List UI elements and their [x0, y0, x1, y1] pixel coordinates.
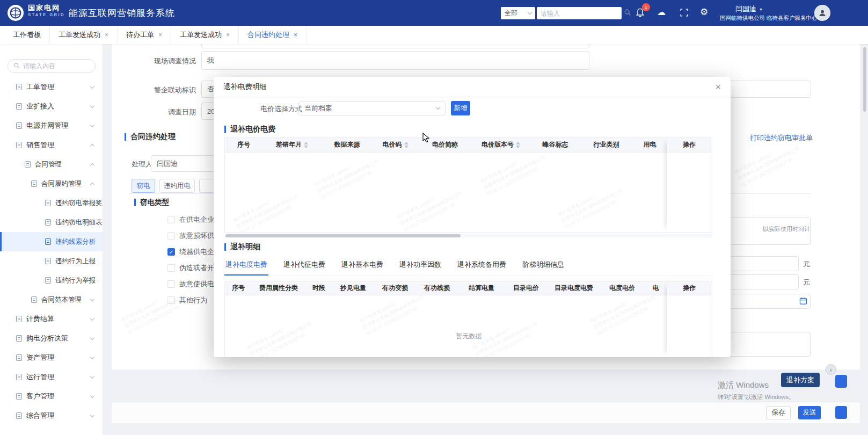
tab-contract-violation[interactable]: 合同违约处理 × — [239, 26, 307, 44]
menu-icon — [16, 393, 22, 400]
collapse-toggle-button[interactable]: ‹ — [826, 364, 836, 375]
tab-basic-fee[interactable]: 退补基本电费 — [340, 256, 384, 276]
cloud-icon[interactable]: ☁ — [657, 8, 666, 17]
edge-button-top[interactable] — [835, 375, 847, 388]
checkbox-row-3[interactable]: 伪造或者开启 — [167, 263, 221, 273]
dialog-title: 退补电费明细 — [223, 82, 267, 92]
type-tab-violation-use[interactable]: 违约用电 — [159, 179, 195, 193]
edge-button-bottom[interactable] — [835, 406, 847, 419]
sidebar-item-sales-management[interactable]: 销售管理 — [0, 135, 103, 155]
sidebar-search-box — [8, 59, 96, 73]
sidebar-item-contract-management[interactable]: 合同管理 — [0, 155, 103, 174]
checkbox-row-5[interactable]: 其他行为 — [167, 295, 207, 305]
global-search-box — [537, 7, 622, 19]
sidebar-search-input[interactable] — [23, 62, 90, 70]
menu-icon — [16, 103, 22, 110]
close-icon[interactable]: × — [715, 82, 721, 92]
table-body-empty: 用户登录名:yahd17管理单位名称:国网临猗供电公司10.10.17 2023… — [225, 153, 712, 232]
chevron-down-icon — [90, 122, 94, 127]
close-icon[interactable]: × — [158, 31, 162, 39]
col-error-month[interactable]: 差错年月 — [262, 137, 322, 152]
chevron-up-icon — [90, 143, 94, 148]
brand-text: 国家电网 STATE GRID — [28, 4, 65, 17]
sidebar-item-clue-analysis[interactable]: 违约线索分析 — [0, 232, 103, 251]
checkbox[interactable] — [167, 280, 175, 288]
sidebar-item-grid-connection[interactable]: 电源并网管理 — [0, 116, 103, 135]
close-icon[interactable]: × — [294, 31, 297, 39]
checkbox-row-4[interactable]: 故意使供电企 — [167, 279, 221, 289]
type-tab-theft[interactable]: 窃电 — [132, 179, 155, 193]
chip-label: 违约用电 — [164, 182, 191, 191]
menu-label: 合同履约管理 — [41, 179, 82, 189]
checkbox-row-1[interactable]: 故意损坏供电 — [167, 231, 221, 241]
chevron-down-icon — [90, 412, 94, 417]
tab-order-sent-1[interactable]: 工单发送成功 × — [50, 26, 118, 44]
vertical-scrollbar[interactable] — [863, 47, 866, 112]
sidebar-item-general-management[interactable]: 综合管理 — [0, 406, 103, 425]
search-icon[interactable] — [624, 9, 631, 18]
sidebar-item-purchase-analysis[interactable]: 购电分析决策 — [0, 329, 103, 348]
checkbox[interactable] — [167, 216, 175, 223]
tab-power-factor[interactable]: 退补功率因数 — [398, 256, 442, 276]
sort-icon[interactable] — [304, 142, 308, 148]
sidebar-item-theft-detail-table[interactable]: 违约窃电明细表 — [0, 213, 103, 232]
tab-system-reserve-fee[interactable]: 退补系统备用费 — [456, 256, 507, 276]
checkbox[interactable] — [167, 296, 175, 304]
avatar[interactable] — [814, 5, 830, 21]
sidebar-item-billing-settlement[interactable]: 计费结算 — [0, 309, 103, 329]
sidebar-item-violation-report[interactable]: 违约行为上报 — [0, 251, 103, 271]
tab-ladder-detail[interactable]: 阶梯明细信息 — [521, 256, 565, 276]
tab-todo-orders[interactable]: 待办工单 × — [118, 26, 171, 44]
scrollbar-thumb[interactable] — [225, 234, 461, 237]
section-price-fee: 退补电价电费 — [224, 125, 275, 134]
sort-icon[interactable] — [404, 142, 409, 148]
sidebar-item-work-order-management[interactable]: 工单管理 — [0, 77, 103, 97]
sidebar-item-contract-template[interactable]: 合同范本管理 — [0, 290, 103, 309]
checkbox[interactable] — [167, 232, 175, 240]
menu-label: 工单管理 — [26, 82, 54, 92]
sidebar-item-theft-report-reward[interactable]: 违约窃电举报奖励 — [0, 193, 103, 213]
user-menu[interactable]: 闫国迪 ▼ — [735, 4, 763, 14]
checkbox-checked[interactable]: ✓ — [167, 248, 175, 256]
add-button[interactable]: 新增 — [451, 101, 470, 115]
close-icon[interactable]: × — [226, 31, 230, 39]
section-contract-violation: 合同违约处理 — [125, 132, 176, 142]
print-approval-link[interactable]: 打印违约窃电审批单 — [750, 133, 813, 143]
calendar-icon[interactable] — [799, 297, 807, 307]
checkbox[interactable] — [167, 264, 175, 272]
price-mode-select[interactable]: 当前档案 — [298, 101, 446, 115]
send-button[interactable]: 发送 — [798, 406, 821, 419]
section-refund-detail: 退补明细 — [224, 242, 260, 252]
sidebar-item-customer-management[interactable]: 客户管理 — [0, 387, 103, 406]
sidebar-item-violation-tipoff[interactable]: 违约行为举报 — [0, 271, 103, 290]
col-read-energy: 抄见电量 — [332, 281, 374, 295]
refund-fee-detail-dialog: 退补电费明细 × 电价选择方式 当前档案 新增 退补电价电费 序号 差错年月 数… — [214, 77, 731, 357]
global-search-input[interactable] — [541, 10, 624, 17]
sidebar-item-asset-management[interactable]: 资产管理 — [0, 348, 103, 367]
col-price-code[interactable]: 电价码 — [373, 137, 418, 152]
close-icon[interactable]: × — [105, 31, 108, 39]
sidebar-item-service-expansion[interactable]: 业扩接入 — [0, 97, 103, 116]
save-button[interactable]: 保存 — [766, 406, 791, 419]
gear-icon[interactable]: ⚙ — [700, 8, 708, 17]
tab-label: 合同违约处理 — [247, 30, 289, 40]
tab-collection-fee[interactable]: 退补代征电费 — [282, 256, 326, 276]
tab-energy-fee[interactable]: 退补电度电费 — [224, 256, 268, 276]
watermark: 用户登录名:yahd17管理单位名称:国网临猗供电公司10.10.17 2023… — [589, 295, 660, 337]
checkbox-row-2[interactable]: ✓绕越供电企业 — [167, 247, 221, 257]
tab-workboard[interactable]: 工作看板 — [4, 26, 50, 44]
checkbox-row-0[interactable]: 在供电企业的 — [167, 215, 221, 224]
col-catalog-energy-fee: 目录电度电费 — [547, 281, 601, 295]
sort-icon[interactable] — [516, 142, 520, 148]
sidebar-item-contract-performance[interactable]: 合同履约管理 — [0, 174, 103, 193]
col-price-version[interactable]: 电价版本号 — [472, 137, 530, 152]
survey-input[interactable]: 我 — [201, 51, 589, 70]
tab-order-sent-2[interactable]: 工单发送成功 × — [171, 26, 239, 44]
col-data-source: 数据来源 — [322, 137, 373, 152]
fullscreen-scan-icon[interactable] — [680, 8, 689, 19]
sidebar-item-operation-management[interactable]: 运行管理 — [0, 367, 103, 387]
tab-label: 工单发送成功 — [59, 30, 100, 40]
global-search-scope-select[interactable]: 全部 — [501, 7, 535, 19]
tab-label: 工单发送成功 — [180, 30, 222, 40]
chevron-down-icon — [90, 296, 94, 301]
